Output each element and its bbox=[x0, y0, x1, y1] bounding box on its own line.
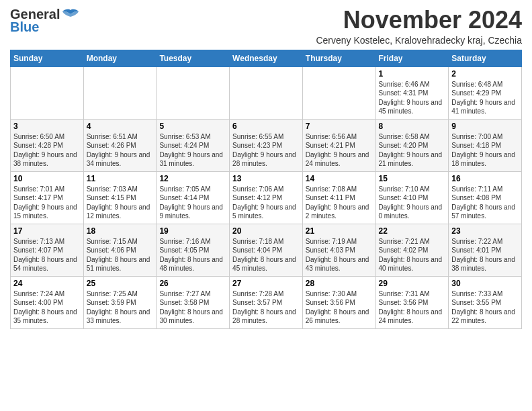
day-info: Sunrise: 7:11 AMSunset: 4:08 PMDaylight:… bbox=[451, 185, 519, 221]
calendar-cell: 26Sunrise: 7:27 AMSunset: 3:58 PMDayligh… bbox=[157, 276, 230, 328]
day-number: 8 bbox=[379, 122, 446, 131]
location-subtitle: Cerveny Kostelec, Kralovehradecky kraj, … bbox=[316, 35, 522, 46]
column-header-sunday: Sunday bbox=[11, 50, 84, 66]
day-info: Sunrise: 7:30 AMSunset: 3:56 PMDaylight:… bbox=[306, 289, 373, 326]
day-info: Sunrise: 6:56 AMSunset: 4:21 PMDaylight:… bbox=[306, 132, 373, 169]
calendar-cell: 13Sunrise: 7:06 AMSunset: 4:12 PMDayligh… bbox=[230, 171, 303, 224]
calendar-cell: 27Sunrise: 7:28 AMSunset: 3:57 PMDayligh… bbox=[230, 276, 303, 328]
calendar-week-5: 24Sunrise: 7:24 AMSunset: 4:00 PMDayligh… bbox=[11, 276, 522, 328]
calendar-cell: 9Sunrise: 7:00 AMSunset: 4:18 PMDaylight… bbox=[449, 119, 522, 171]
calendar-cell: 23Sunrise: 7:22 AMSunset: 4:01 PMDayligh… bbox=[449, 224, 522, 276]
day-number: 11 bbox=[87, 174, 154, 183]
day-number: 25 bbox=[87, 279, 154, 288]
calendar-cell: 14Sunrise: 7:08 AMSunset: 4:11 PMDayligh… bbox=[302, 171, 375, 224]
calendar-week-3: 10Sunrise: 7:01 AMSunset: 4:17 PMDayligh… bbox=[11, 171, 522, 224]
day-info: Sunrise: 6:53 AMSunset: 4:24 PMDaylight:… bbox=[159, 132, 226, 169]
calendar-cell: 2Sunrise: 6:48 AMSunset: 4:29 PMDaylight… bbox=[449, 66, 522, 119]
logo: General Blue bbox=[10, 7, 80, 35]
column-header-thursday: Thursday bbox=[302, 50, 375, 66]
calendar-cell bbox=[157, 66, 230, 119]
column-header-friday: Friday bbox=[375, 50, 449, 66]
day-number: 21 bbox=[306, 226, 373, 236]
day-info: Sunrise: 6:51 AMSunset: 4:26 PMDaylight:… bbox=[87, 132, 154, 169]
calendar-cell: 4Sunrise: 6:51 AMSunset: 4:26 PMDaylight… bbox=[83, 119, 157, 171]
day-number: 28 bbox=[306, 279, 373, 288]
day-number: 10 bbox=[13, 174, 81, 183]
day-info: Sunrise: 7:16 AMSunset: 4:05 PMDaylight:… bbox=[159, 237, 226, 273]
calendar-cell: 11Sunrise: 7:03 AMSunset: 4:15 PMDayligh… bbox=[83, 171, 157, 224]
day-info: Sunrise: 7:13 AMSunset: 4:07 PMDaylight:… bbox=[13, 237, 81, 273]
day-number: 5 bbox=[159, 122, 226, 131]
day-info: Sunrise: 7:28 AMSunset: 3:57 PMDaylight:… bbox=[232, 289, 300, 326]
day-info: Sunrise: 6:46 AMSunset: 4:31 PMDaylight:… bbox=[379, 80, 446, 116]
title-section: November 2024 Cerveny Kostelec, Kraloveh… bbox=[316, 7, 522, 46]
day-number: 16 bbox=[451, 174, 519, 183]
day-number: 18 bbox=[87, 226, 154, 236]
day-number: 1 bbox=[379, 69, 446, 79]
calendar-cell: 7Sunrise: 6:56 AMSunset: 4:21 PMDaylight… bbox=[302, 119, 375, 171]
calendar-week-4: 17Sunrise: 7:13 AMSunset: 4:07 PMDayligh… bbox=[11, 224, 522, 276]
calendar-cell: 22Sunrise: 7:21 AMSunset: 4:02 PMDayligh… bbox=[375, 224, 449, 276]
day-number: 19 bbox=[159, 226, 226, 236]
calendar-cell: 24Sunrise: 7:24 AMSunset: 4:00 PMDayligh… bbox=[11, 276, 84, 328]
day-number: 26 bbox=[159, 279, 226, 288]
calendar-cell: 25Sunrise: 7:25 AMSunset: 3:59 PMDayligh… bbox=[83, 276, 157, 328]
calendar-cell: 20Sunrise: 7:18 AMSunset: 4:04 PMDayligh… bbox=[230, 224, 303, 276]
page-header: General Blue November 2024 Cerveny Koste… bbox=[10, 7, 522, 46]
calendar-week-2: 3Sunrise: 6:50 AMSunset: 4:28 PMDaylight… bbox=[11, 119, 522, 171]
day-number: 7 bbox=[306, 122, 373, 131]
logo-bird-icon bbox=[61, 9, 80, 21]
day-info: Sunrise: 6:58 AMSunset: 4:20 PMDaylight:… bbox=[379, 132, 446, 169]
day-number: 3 bbox=[13, 122, 81, 131]
calendar-cell: 18Sunrise: 7:15 AMSunset: 4:06 PMDayligh… bbox=[83, 224, 157, 276]
day-info: Sunrise: 7:05 AMSunset: 4:14 PMDaylight:… bbox=[159, 185, 226, 221]
calendar-cell: 5Sunrise: 6:53 AMSunset: 4:24 PMDaylight… bbox=[157, 119, 230, 171]
day-info: Sunrise: 7:21 AMSunset: 4:02 PMDaylight:… bbox=[379, 237, 446, 273]
day-info: Sunrise: 7:08 AMSunset: 4:11 PMDaylight:… bbox=[306, 185, 373, 221]
calendar-cell: 17Sunrise: 7:13 AMSunset: 4:07 PMDayligh… bbox=[11, 224, 84, 276]
month-title: November 2024 bbox=[316, 7, 522, 34]
day-info: Sunrise: 7:19 AMSunset: 4:03 PMDaylight:… bbox=[306, 237, 373, 273]
day-number: 13 bbox=[232, 174, 300, 183]
day-info: Sunrise: 7:24 AMSunset: 4:00 PMDaylight:… bbox=[13, 289, 81, 326]
day-number: 29 bbox=[379, 279, 446, 288]
calendar-cell bbox=[11, 66, 84, 119]
calendar-cell bbox=[302, 66, 375, 119]
day-number: 4 bbox=[87, 122, 154, 131]
day-info: Sunrise: 7:00 AMSunset: 4:18 PMDaylight:… bbox=[451, 132, 519, 169]
calendar-cell: 1Sunrise: 6:46 AMSunset: 4:31 PMDaylight… bbox=[375, 66, 449, 119]
calendar-cell: 21Sunrise: 7:19 AMSunset: 4:03 PMDayligh… bbox=[302, 224, 375, 276]
calendar-cell: 30Sunrise: 7:33 AMSunset: 3:55 PMDayligh… bbox=[449, 276, 522, 328]
calendar-header-row: SundayMondayTuesdayWednesdayThursdayFrid… bbox=[11, 50, 522, 66]
calendar-cell: 28Sunrise: 7:30 AMSunset: 3:56 PMDayligh… bbox=[302, 276, 375, 328]
day-info: Sunrise: 6:50 AMSunset: 4:28 PMDaylight:… bbox=[13, 132, 81, 169]
calendar-cell: 19Sunrise: 7:16 AMSunset: 4:05 PMDayligh… bbox=[157, 224, 230, 276]
day-number: 27 bbox=[232, 279, 300, 288]
day-number: 15 bbox=[379, 174, 446, 183]
day-info: Sunrise: 7:01 AMSunset: 4:17 PMDaylight:… bbox=[13, 185, 81, 221]
day-info: Sunrise: 7:31 AMSunset: 3:56 PMDaylight:… bbox=[379, 289, 446, 326]
day-number: 22 bbox=[379, 226, 446, 236]
day-info: Sunrise: 7:06 AMSunset: 4:12 PMDaylight:… bbox=[232, 185, 300, 221]
day-info: Sunrise: 6:55 AMSunset: 4:23 PMDaylight:… bbox=[232, 132, 300, 169]
calendar-cell: 29Sunrise: 7:31 AMSunset: 3:56 PMDayligh… bbox=[375, 276, 449, 328]
logo-blue: Blue bbox=[10, 19, 39, 35]
column-header-wednesday: Wednesday bbox=[230, 50, 303, 66]
day-info: Sunrise: 7:27 AMSunset: 3:58 PMDaylight:… bbox=[159, 289, 226, 326]
day-number: 6 bbox=[232, 122, 300, 131]
calendar-table: SundayMondayTuesdayWednesdayThursdayFrid… bbox=[10, 50, 522, 329]
column-header-saturday: Saturday bbox=[449, 50, 522, 66]
day-info: Sunrise: 7:25 AMSunset: 3:59 PMDaylight:… bbox=[87, 289, 154, 326]
calendar-cell: 10Sunrise: 7:01 AMSunset: 4:17 PMDayligh… bbox=[11, 171, 84, 224]
calendar-cell bbox=[83, 66, 157, 119]
column-header-tuesday: Tuesday bbox=[157, 50, 230, 66]
day-info: Sunrise: 7:22 AMSunset: 4:01 PMDaylight:… bbox=[451, 237, 519, 273]
day-number: 30 bbox=[451, 279, 519, 288]
calendar-cell: 15Sunrise: 7:10 AMSunset: 4:10 PMDayligh… bbox=[375, 171, 449, 224]
day-info: Sunrise: 6:48 AMSunset: 4:29 PMDaylight:… bbox=[451, 80, 519, 116]
calendar-cell: 8Sunrise: 6:58 AMSunset: 4:20 PMDaylight… bbox=[375, 119, 449, 171]
calendar-cell bbox=[230, 66, 303, 119]
day-info: Sunrise: 7:10 AMSunset: 4:10 PMDaylight:… bbox=[379, 185, 446, 221]
calendar-week-1: 1Sunrise: 6:46 AMSunset: 4:31 PMDaylight… bbox=[11, 66, 522, 119]
calendar-cell: 12Sunrise: 7:05 AMSunset: 4:14 PMDayligh… bbox=[157, 171, 230, 224]
